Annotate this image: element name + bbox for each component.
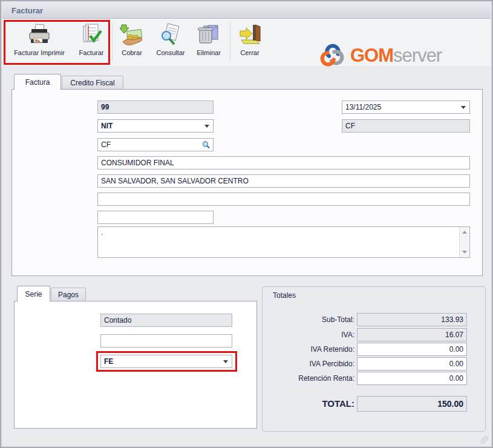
totales-panel: Totales Sub-Total: 133.93 IVA: 16.07 IVA… (262, 286, 486, 432)
iva-percibido-value: 0.00 (449, 360, 463, 368)
scroll-down-icon[interactable] (462, 251, 467, 254)
toolbar-button-label: Facturar (73, 49, 110, 56)
serie-tipo-value: Contado (104, 316, 131, 324)
total-field: 150.00 (357, 396, 467, 412)
iva-percibido-field[interactable]: 0.00 (357, 357, 467, 371)
serie-tipo-field: Contado (100, 314, 232, 327)
resize-grip[interactable] (481, 436, 489, 444)
no-pedido-field: 99 (97, 100, 214, 114)
retencion-renta-label: Retención Renta: (267, 372, 354, 385)
collect-money-icon (120, 23, 144, 47)
tab-factura[interactable]: Factura (14, 74, 61, 90)
facturar-button[interactable]: Facturar (73, 21, 110, 64)
invoice-check-icon (79, 23, 103, 47)
cliente-field: CF (342, 119, 470, 133)
toolbar-separator (112, 24, 113, 61)
totales-title: Totales (273, 291, 296, 300)
chevron-down-icon[interactable] (204, 125, 209, 128)
serie-value: FE (104, 355, 113, 367)
iva-field: 16.07 (357, 328, 467, 341)
scroll-up-icon[interactable] (462, 231, 467, 234)
toolbar-separator (230, 24, 230, 61)
iva-retenido-label: IVA Retenido: (267, 343, 354, 356)
window-title: Facturar (11, 6, 43, 15)
cerrar-button[interactable]: Cerrar (232, 21, 267, 64)
fecha-value: 13/11/2025 (345, 101, 381, 113)
toolbar-button-label: Eliminar (191, 49, 226, 56)
iva-percibido-label: IVA Percibido: (267, 357, 354, 371)
facturar-window: Facturar Facturar Imprimir (0, 0, 493, 448)
facturar-imprimir-button[interactable]: Facturar Imprimir (7, 21, 71, 64)
search-icon[interactable] (201, 140, 211, 150)
eliminar-button[interactable]: Eliminar (191, 21, 226, 64)
exit-door-icon (238, 23, 262, 47)
title-bar: Facturar (2, 2, 491, 19)
iva-retenido-value: 0.00 (449, 345, 463, 354)
tipo-combobox[interactable]: NIT (97, 119, 214, 133)
toolbar: Facturar Imprimir Facturar (2, 19, 491, 67)
facturar-a-field[interactable] (97, 156, 470, 170)
cobrar-button[interactable]: Cobrar (114, 21, 150, 64)
printer-icon (27, 23, 51, 47)
telefono-field[interactable] (97, 211, 214, 224)
retencion-renta-field[interactable]: 0.00 (357, 372, 467, 385)
chevron-down-icon[interactable] (461, 106, 466, 109)
toolbar-button-label: Facturar Imprimir (7, 49, 71, 56)
nit-value: CF (101, 140, 111, 149)
logo-text-secondary: server (393, 45, 442, 67)
logo-text-primary: GOM (350, 45, 393, 67)
tab-pagos[interactable]: Pagos (51, 288, 86, 301)
no-pedido-value: 99 (101, 103, 109, 111)
subtotal-field: 133.93 (357, 313, 467, 326)
total-value: 150.00 (437, 399, 463, 409)
serie-combobox[interactable]: FE (100, 355, 232, 368)
tab-serie[interactable]: Serie (17, 286, 50, 301)
nit-field[interactable]: CF (97, 138, 214, 151)
tipo-value: NIT (101, 120, 113, 132)
observaciones-scrollbar[interactable] (459, 227, 469, 257)
retencion-renta-value: 0.00 (449, 374, 463, 383)
iva-label: IVA: (267, 328, 354, 341)
gomserver-logo-icon (319, 41, 347, 71)
cliente-value: CF (345, 122, 355, 130)
consultar-button[interactable]: Consultar (151, 21, 190, 64)
gomserver-logo: GOMserver (319, 41, 442, 71)
tab-label: Credito Fiscal (70, 79, 114, 87)
fecha-combobox[interactable]: 13/11/2025 (342, 100, 470, 114)
subtotal-value: 133.93 (441, 315, 463, 324)
toolbar-button-label: Consultar (151, 49, 190, 56)
toolbar-button-label: Cobrar (114, 49, 150, 56)
observaciones-field[interactable]: . (97, 226, 470, 258)
chevron-down-icon[interactable] (223, 360, 228, 363)
tab-label: Factura (25, 78, 50, 87)
iva-value: 16.07 (445, 331, 463, 339)
tab-credito-fiscal[interactable]: Credito Fiscal (62, 76, 123, 90)
trash-icon (197, 23, 221, 47)
referencia-field[interactable] (100, 334, 232, 348)
toolbar-button-label: Cerrar (232, 49, 267, 56)
iva-retenido-field[interactable]: 0.00 (357, 343, 467, 356)
total-label: TOTAL: (267, 396, 354, 412)
search-document-icon (158, 23, 183, 47)
tab-label: Pagos (58, 291, 79, 299)
tab-label: Serie (25, 290, 42, 298)
subtotal-label: Sub-Total: (267, 313, 354, 326)
email-field[interactable] (97, 193, 470, 206)
direccion-field[interactable] (97, 174, 470, 188)
